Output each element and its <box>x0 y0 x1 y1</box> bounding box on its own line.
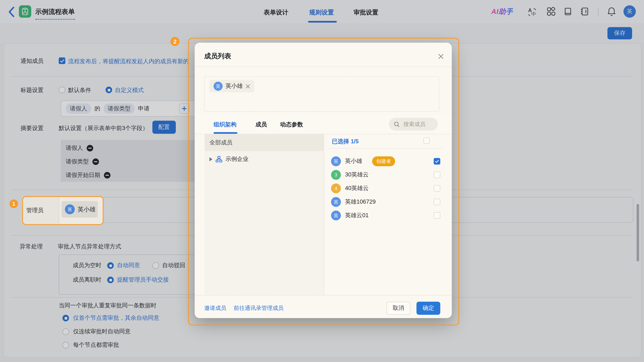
annotation-rect-2 <box>188 38 459 326</box>
annotation-badge-2: 2 <box>170 37 180 46</box>
app-root: 示例流程表单 表单设计 规则设置 审批设置 AI助手 A中 英 保存 通知成员 … <box>0 0 644 362</box>
annotation-region-admin: 管理员 英 英小雄 <box>22 196 104 225</box>
annotation-badge-1: 1 <box>10 199 18 208</box>
annotation-rect-1 <box>22 196 104 225</box>
